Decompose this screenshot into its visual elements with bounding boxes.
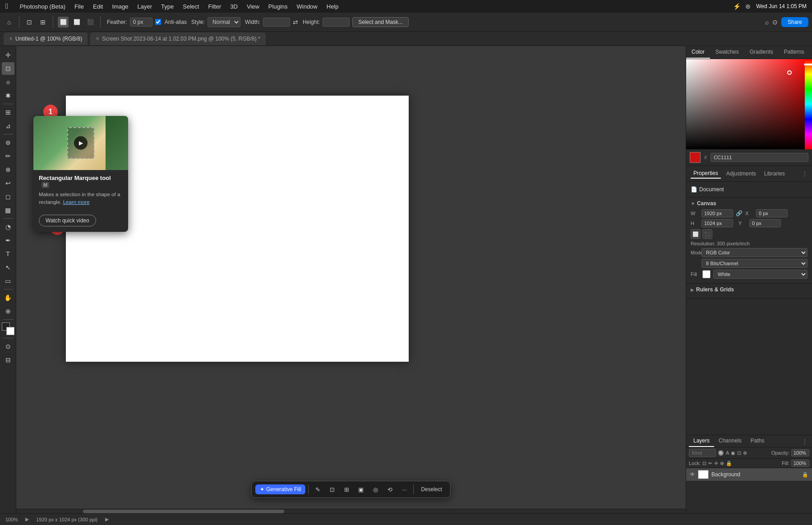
menu-view[interactable]: View [242,2,264,11]
menu-layer[interactable]: Layer [133,2,157,11]
add-selection-icon[interactable]: ⬜ [58,17,69,28]
path-select-tool[interactable]: ↖ [2,261,14,274]
hex-color-input[interactable] [710,153,808,162]
link-dimensions-icon[interactable]: 🔗 [736,210,743,216]
color-hue-bar[interactable] [805,59,812,149]
crop-selection-icon[interactable]: ⊞ [340,483,353,496]
apple-menu[interactable]:  [5,2,8,10]
watch-video-button[interactable]: Watch quick video [39,215,96,226]
select-mask-button[interactable]: Select and Mask... [352,17,409,27]
marquee-tool[interactable]: ⊡ [2,62,14,75]
play-button[interactable]: ▶ [74,136,88,150]
tab-properties[interactable]: Properties [691,169,721,179]
lock-position-icon[interactable]: ✛ [714,461,718,466]
layers-options-icon[interactable]: ⋮ [800,435,809,447]
tool-options-icon[interactable]: ⊡ [24,17,35,28]
canvas-landscape-icon[interactable]: ⬛ [702,229,712,239]
lasso-tool[interactable]: ⌾ [2,76,14,88]
tab-channels[interactable]: Channels [714,435,746,447]
canvas-portrait-icon[interactable]: ⬜ [691,229,701,239]
quick-mask-tool[interactable]: ⊙ [2,340,14,353]
tab-swatches[interactable]: Swatches [710,46,744,59]
transform-selection-icon[interactable]: ⊡ [326,483,338,496]
properties-options-icon[interactable]: ⋮ [802,170,807,177]
canvas-y-input[interactable] [749,219,781,227]
type-tool[interactable]: T [2,248,14,260]
spot-healing-tool[interactable]: ⊛ [2,136,14,149]
layer-item-background[interactable]: 👁 Background 🔒 [686,468,812,481]
search-icon[interactable]: ⌕ [765,18,769,26]
tab-close-2[interactable]: ✕ [96,36,99,41]
tab-screenshot[interactable]: ✕ Screen Shot 2023-06-14 at 1.02.03 PM.p… [90,32,265,45]
crop-tool[interactable]: ⊞ [2,106,14,119]
generative-fill-button[interactable]: ✦ Generative Fill [255,484,305,494]
fill-selection-icon[interactable]: ▣ [355,483,367,496]
opacity-input[interactable] [791,449,809,456]
zoom-arrow[interactable]: ▶ [25,516,29,522]
background-color[interactable] [6,327,14,335]
more-options-icon[interactable]: ··· [398,483,411,496]
menu-window[interactable]: Window [292,2,322,11]
review-icon[interactable]: ⊙ [772,18,778,26]
tab-paths[interactable]: Paths [746,435,769,447]
tab-color[interactable]: Color [686,46,710,59]
dodge-tool[interactable]: ◔ [2,221,14,233]
tab-close-1[interactable]: ✕ [9,36,13,41]
color-picker[interactable] [2,322,14,335]
color-picker-area[interactable] [686,59,812,149]
move-tool[interactable]: ✛ [2,49,14,61]
learn-more-link[interactable]: Learn more [63,199,90,205]
eraser-tool[interactable]: ◻ [2,190,14,203]
layers-filter-icon-2[interactable]: A [726,450,729,456]
pen-tool[interactable]: ✒ [2,234,14,247]
menu-edit[interactable]: Edit [88,2,107,11]
tab-layers[interactable]: Layers [689,435,714,447]
layers-filter-icon-5[interactable]: ⊕ [743,450,747,456]
status-arrow[interactable]: ▶ [105,516,109,522]
antialias-checkbox[interactable] [155,19,161,25]
layers-filter-icon-3[interactable]: ◉ [731,450,735,456]
tab-adjustments[interactable]: Adjustments [724,169,759,178]
menu-3d[interactable]: 3D [226,2,242,11]
tab-gradients[interactable]: Gradients [744,46,779,59]
quick-select-tool[interactable]: ✱ [2,89,14,102]
canvas-collapse-arrow[interactable]: ▼ [691,201,695,206]
menu-plugins[interactable]: Plugins [264,2,292,11]
menu-file[interactable]: File [70,2,88,11]
horizontal-scrollbar[interactable] [16,509,686,513]
intersect-selection-icon[interactable]: ⬛ [85,17,96,28]
canvas-area[interactable]: 1 ▶ Rectangular Marquee tool M Makes a s… [16,46,686,525]
screen-mode-tool[interactable]: ⊟ [2,354,14,366]
feather-input[interactable] [130,18,152,27]
hand-tool[interactable]: ✋ [2,291,14,304]
fill-color-swatch[interactable] [702,270,710,278]
layers-filter-icon-1[interactable]: 🔘 [718,450,724,456]
edit-selection-icon[interactable]: ✎ [311,483,324,496]
clone-stamp-tool[interactable]: ⊕ [2,163,14,176]
subtract-selection-icon[interactable]: ⬜ [71,17,82,28]
eyedropper-tool[interactable]: ⊿ [2,120,14,132]
lock-transparent-icon[interactable]: ⊡ [702,461,706,466]
brush-tool[interactable]: ✏ [2,150,14,162]
mode-select[interactable]: RGB Color [701,248,807,257]
refine-selection-icon[interactable]: ⟲ [383,483,396,496]
history-brush-tool[interactable]: ↩ [2,177,14,189]
bits-select[interactable]: 8 Bits/Channel [701,259,807,268]
layers-filter-icon-4[interactable]: ⊡ [737,450,741,456]
home-icon[interactable]: ⌂ [4,17,14,28]
scrollbar-thumb-h[interactable] [83,510,284,513]
fill-pct-input[interactable] [791,460,809,467]
menu-help[interactable]: Help [322,2,343,11]
rulers-collapse-arrow[interactable]: ▶ [691,287,694,292]
menu-photoshop[interactable]: Photoshop (Beta) [15,2,70,11]
color-spectrum[interactable] [686,59,812,149]
menu-image[interactable]: Image [107,2,133,11]
lock-artboard-icon[interactable]: ⊕ [720,461,724,466]
menu-select[interactable]: Select [178,2,203,11]
layers-filter-kind[interactable] [689,449,716,457]
swap-dimensions-icon[interactable]: ⇄ [293,18,298,26]
shape-tool[interactable]: ▭ [2,275,14,287]
style-select[interactable]: Normal [208,17,240,27]
width-input[interactable] [263,18,290,27]
tab-untitled[interactable]: ✕ Untitled-1 @ 100% (RGB/8) [4,32,88,45]
